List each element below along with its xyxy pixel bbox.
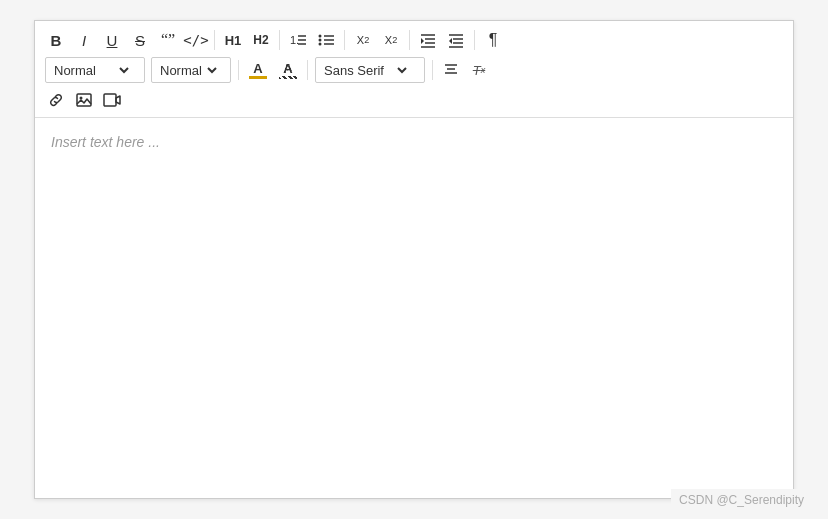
paragraph-button[interactable]: ¶ [480,27,506,53]
clear-format-button[interactable]: Tx [466,57,492,83]
font-size-select[interactable]: Normal 8 10 12 14 16 18 24 [154,58,220,82]
font-highlight-button[interactable]: A [274,57,302,83]
svg-marker-19 [449,38,452,44]
watermark-text: CSDN @C_Serendipity [679,493,804,507]
strikethrough-button[interactable]: S [127,27,153,53]
editor-placeholder: Insert text here ... [51,134,160,150]
highlight-letter: A [283,62,292,75]
superscript-button[interactable]: X2 [378,27,404,53]
divider-5 [474,30,475,50]
divider-3 [344,30,345,50]
svg-point-5 [319,39,322,42]
paragraph-style-select[interactable]: Normal Heading 1 Heading 2 Heading 3 [48,58,132,82]
divider-8 [432,60,433,80]
svg-text:1.: 1. [290,34,299,46]
divider-7 [307,60,308,80]
watermark: CSDN @C_Serendipity [671,489,812,511]
highlight-bar [279,76,297,79]
editor-content[interactable]: Insert text here ... [35,118,793,498]
paragraph-style-select-wrapper[interactable]: Normal Heading 1 Heading 2 Heading 3 [45,57,145,83]
toolbar-row-1: B I U S “” </> H1 H2 1. [43,27,785,53]
svg-point-4 [319,35,322,38]
svg-point-6 [319,43,322,46]
h2-button[interactable]: H2 [248,27,274,53]
font-family-select[interactable]: Sans Serif Serif Monospace Arial Georgia… [318,58,410,82]
divider-4 [409,30,410,50]
h1-button[interactable]: H1 [220,27,246,53]
svg-point-24 [80,97,83,100]
svg-rect-23 [77,94,91,106]
font-size-select-wrapper[interactable]: Normal 8 10 12 14 16 18 24 [151,57,231,83]
align-center-button[interactable] [438,57,464,83]
svg-marker-14 [421,38,424,44]
toolbar: B I U S “” </> H1 H2 1. [35,21,793,118]
unordered-list-button[interactable] [313,27,339,53]
divider-2 [279,30,280,50]
font-color-letter: A [253,62,262,75]
video-button[interactable] [99,87,125,113]
subscript-button[interactable]: X2 [350,27,376,53]
font-color-button[interactable]: A [244,57,272,83]
image-button[interactable] [71,87,97,113]
toolbar-row-2: Normal Heading 1 Heading 2 Heading 3 Nor… [43,57,785,83]
code-button[interactable]: </> [183,27,209,53]
ordered-list-button[interactable]: 1. [285,27,311,53]
bold-button[interactable]: B [43,27,69,53]
font-family-select-wrapper[interactable]: Sans Serif Serif Monospace Arial Georgia… [315,57,425,83]
svg-rect-25 [104,94,116,106]
divider-1 [214,30,215,50]
font-color-bar [249,76,267,79]
link-button[interactable] [43,87,69,113]
italic-button[interactable]: I [71,27,97,53]
indent-right-button[interactable] [415,27,441,53]
indent-left-button[interactable] [443,27,469,53]
toolbar-row-3 [43,87,785,113]
quote-button[interactable]: “” [155,27,181,53]
divider-6 [238,60,239,80]
underline-button[interactable]: U [99,27,125,53]
editor-wrapper: B I U S “” </> H1 H2 1. [34,20,794,499]
